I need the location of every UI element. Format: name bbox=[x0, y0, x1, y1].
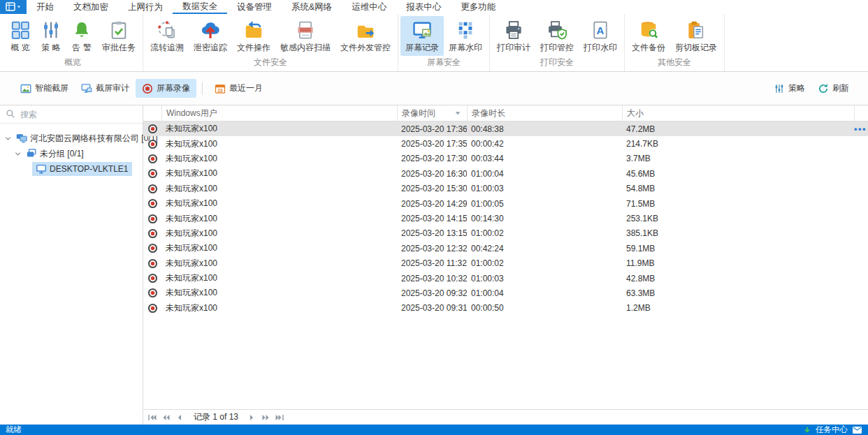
column-header[interactable]: 录像时间 bbox=[397, 105, 467, 121]
ribbon-button-file-backup[interactable]: 文件备份 bbox=[627, 16, 670, 56]
ribbon-button-screen-watermark[interactable]: 屏幕水印 bbox=[444, 16, 487, 56]
ribbon-group-name: 其他安全 bbox=[627, 56, 722, 71]
toolbar-button-refresh[interactable]: 刷新 bbox=[811, 79, 855, 98]
ribbon-button-print-audit[interactable]: 打印审计 bbox=[492, 16, 535, 56]
search-input[interactable] bbox=[20, 110, 137, 119]
pager-record-label: 记录 1 of 13 bbox=[194, 411, 238, 423]
table-row[interactable]: 未知玩家x1002025-03-20 17:36:0900:48:3847.2M… bbox=[143, 121, 868, 136]
table-row[interactable]: 未知玩家x1002025-03-20 11:32:1101:00:0211.9M… bbox=[143, 256, 868, 271]
table-row[interactable]: 未知玩家x1002025-03-20 16:30:0701:00:0445.6M… bbox=[143, 166, 868, 181]
table-row[interactable]: 未知玩家x1002025-03-20 10:32:0701:00:0342.8M… bbox=[143, 271, 868, 286]
column-header[interactable]: 录像时长 bbox=[467, 105, 622, 121]
ribbon-button-overview-grid[interactable]: 概 览 bbox=[5, 16, 36, 56]
menu-tab[interactable]: 上网行为 bbox=[118, 0, 173, 14]
table-row[interactable]: 未知玩家x1002025-03-20 17:35:1400:00:42214.7… bbox=[143, 136, 868, 151]
record-badge-icon bbox=[147, 124, 158, 134]
menu-tab[interactable]: 报表中心 bbox=[396, 0, 451, 14]
time-cell: 2025-03-20 17:35:14 bbox=[397, 139, 467, 149]
message-icon[interactable] bbox=[852, 426, 862, 434]
toolbar-button-smart-capture[interactable]: 智能截屏 bbox=[14, 79, 75, 98]
app-menu-button[interactable] bbox=[0, 0, 27, 14]
duration-cell: 01:00:02 bbox=[467, 228, 622, 238]
ribbon-button-clipboard-record[interactable]: 剪切板记录 bbox=[670, 16, 722, 56]
smart-capture-icon bbox=[20, 83, 31, 94]
pager-prev-button[interactable] bbox=[174, 412, 187, 423]
ribbon-button-label: 文件操作 bbox=[237, 42, 270, 54]
ribbon-button-print-watermark[interactable]: A打印水印 bbox=[579, 16, 622, 56]
ribbon-button-trace-flow[interactable]: 流转追溯 bbox=[145, 16, 189, 56]
ribbon-button-file-outgoing[interactable]: 文件外发管控 bbox=[335, 16, 396, 56]
ribbon-button-approval-clipboard[interactable]: 审批任务 bbox=[97, 16, 140, 56]
pager-fast-next-button[interactable] bbox=[259, 412, 272, 423]
table-row[interactable]: 未知玩家x1002025-03-20 14:15:1600:14:30253.1… bbox=[143, 211, 868, 226]
menu-tab[interactable]: 系统&网络 bbox=[282, 0, 342, 14]
ribbon-button-content-scan[interactable]: 敏感内容扫描 bbox=[275, 16, 335, 56]
toolbar-button-record-dot[interactable]: 屏幕录像 bbox=[136, 79, 196, 98]
record-cell bbox=[143, 154, 161, 164]
ribbon-button-alert-bell[interactable]: 告 警 bbox=[66, 16, 97, 56]
pager-last-button[interactable] bbox=[273, 412, 286, 423]
time-cell: 2025-03-20 15:30:04 bbox=[397, 184, 467, 193]
ribbon-button-print-control[interactable]: 打印管控 bbox=[535, 16, 579, 56]
task-center-button[interactable]: 任务中心 bbox=[816, 425, 848, 435]
menu-tab[interactable]: 数据安全 bbox=[173, 0, 227, 14]
record-badge-icon bbox=[147, 273, 158, 283]
ribbon-button-file-ops[interactable]: 文件操作 bbox=[232, 16, 275, 56]
print-control-icon bbox=[547, 20, 567, 40]
column-header[interactable]: 大小 bbox=[622, 105, 854, 121]
ribbon-group: 打印审计打印管控A打印水印打印安全 bbox=[490, 14, 625, 71]
pagination-bar: 记录 1 of 13 bbox=[143, 409, 868, 425]
toolbar-button-label: 策略 bbox=[788, 82, 805, 94]
time-cell: 2025-03-20 09:32:03 bbox=[397, 288, 467, 298]
table-row[interactable]: 未知玩家x1002025-03-20 15:30:0401:00:0354.8M… bbox=[143, 182, 868, 196]
toolbar-button-label: 最近一月 bbox=[229, 82, 263, 94]
menu-tab[interactable]: 更多功能 bbox=[451, 0, 505, 14]
toolbar-button-capture-audit[interactable]: 截屏审计 bbox=[75, 79, 136, 98]
ribbon-group: 流转追溯泄密追踪文件操作敏感内容扫描文件外发管控文件安全 bbox=[143, 14, 398, 71]
duration-cell: 01:00:03 bbox=[467, 274, 622, 283]
column-header[interactable]: Windows用户 bbox=[161, 105, 397, 121]
size-cell: 45.6MB bbox=[622, 169, 854, 179]
table-row[interactable]: 未知玩家x1002025-03-20 09:31:1200:00:501.2MB bbox=[143, 301, 868, 316]
record-badge-icon bbox=[147, 198, 158, 209]
size-cell: 59.1MB bbox=[622, 244, 854, 253]
content-scan-icon bbox=[295, 20, 316, 40]
tree-node-inner: 河北安固云网络科技有限公司 [0/1] bbox=[13, 131, 161, 146]
record-badge-icon bbox=[147, 288, 158, 298]
table-row[interactable]: 未知玩家x1002025-03-20 14:29:5901:00:0571.5M… bbox=[143, 196, 868, 211]
ribbon-group-name: 打印安全 bbox=[492, 56, 622, 71]
row-more-actions-button[interactable]: ••• bbox=[854, 124, 867, 134]
pager-next-button[interactable] bbox=[245, 412, 258, 423]
ribbon-group-name: 文件安全 bbox=[145, 56, 396, 71]
table-row[interactable]: 未知玩家x1002025-03-20 12:32:1300:42:2459.1M… bbox=[143, 241, 868, 256]
column-header-label: 录像时间 bbox=[402, 108, 435, 119]
duration-cell: 01:00:04 bbox=[467, 169, 622, 179]
menu-tab[interactable]: 开始 bbox=[27, 0, 64, 14]
ribbon-button-screen-record[interactable]: 屏幕记录 bbox=[400, 16, 444, 56]
print-audit-icon bbox=[503, 20, 524, 40]
pager-first-button[interactable] bbox=[146, 412, 159, 423]
menu-tab[interactable]: 设备管理 bbox=[227, 0, 282, 14]
pager-fast-prev-button[interactable] bbox=[160, 412, 173, 423]
tree-node[interactable]: DESKTOP-VLKTLE1 bbox=[0, 161, 143, 177]
tree-node[interactable]: 未分组 [0/1] bbox=[0, 146, 143, 161]
menu-tab[interactable]: 文档加密 bbox=[64, 0, 118, 14]
computer-monitor-icon bbox=[36, 163, 47, 175]
size-cell: 214.7KB bbox=[622, 139, 854, 149]
toolbar-button-label: 截屏审计 bbox=[96, 82, 129, 94]
tree-node[interactable]: 河北安固云网络科技有限公司 [0/1] bbox=[0, 131, 143, 146]
menu-tab[interactable]: 运维中心 bbox=[342, 0, 396, 14]
ribbon-button-policy-sliders[interactable]: 策 略 bbox=[36, 16, 66, 56]
sort-dropdown-icon[interactable] bbox=[454, 110, 461, 117]
table-row[interactable]: 未知玩家x1002025-03-20 13:15:1401:00:02385.1… bbox=[143, 226, 868, 241]
user-cell: 未知玩家x100 bbox=[161, 213, 397, 225]
toolbar-button-policy-small[interactable]: 策略 bbox=[767, 79, 811, 98]
ribbon-button-label: 打印水印 bbox=[584, 42, 617, 54]
ribbon-button-leak-trace[interactable]: 泄密追踪 bbox=[189, 16, 232, 56]
record-badge-icon bbox=[147, 258, 158, 269]
toolbar-button-calendar-23[interactable]: 23最近一月 bbox=[208, 79, 269, 98]
column-header-label: 录像时长 bbox=[472, 108, 505, 119]
table-row[interactable]: 未知玩家x1002025-03-20 09:32:0301:00:0463.3M… bbox=[143, 286, 868, 300]
screen-record-icon bbox=[412, 20, 433, 40]
table-row[interactable]: 未知玩家x1002025-03-20 17:30:1200:03:443.7MB bbox=[143, 152, 868, 166]
